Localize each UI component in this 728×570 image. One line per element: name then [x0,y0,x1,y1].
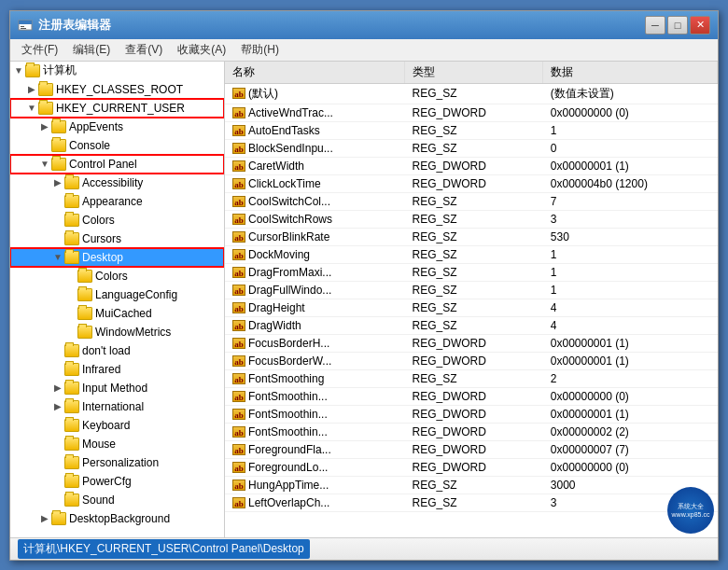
tree-item-windowmetrics[interactable]: WindowMetrics [10,323,224,341]
tree-toggle-inputmethod[interactable]: ▶ [51,382,64,395]
title-bar-left: 注册表编辑器 [18,17,111,34]
tree-item-powercfg[interactable]: PowerCfg [10,472,224,491]
tree-item-computer[interactable]: ▼计算机 [10,62,224,80]
tree-item-hkcu[interactable]: ▼HKEY_CURRENT_USER [10,99,224,118]
tree-item-appevents[interactable]: ▶AppEvents [10,118,224,136]
tree-label-colors: Colors [82,214,115,227]
right-pane[interactable]: 名称 类型 数据 ab(默认)REG_SZ(数值未设置)abActiveWndT… [225,62,718,537]
tree-item-accessibility[interactable]: ▶Accessibility [10,174,224,192]
tree-toggle-personalization[interactable] [51,456,64,469]
tree-toggle-muicached[interactable] [64,307,77,320]
tree-toggle-hkcu[interactable]: ▼ [25,102,38,115]
table-row[interactable]: abFontSmoothin...REG_DWORD0x00000002 (2) [225,423,718,440]
tree-toggle-colors[interactable] [51,214,64,227]
tree-item-muicached[interactable]: MuiCached [10,304,224,323]
table-row[interactable]: abFontSmoothin...REG_DWORD0x00000000 (0) [225,387,718,405]
table-row[interactable]: abFocusBorderW...REG_DWORD0x00000001 (1) [225,352,718,369]
menu-file[interactable]: 文件(F) [14,40,65,60]
table-row[interactable]: abCoolSwitchRowsREG_SZ3 [225,210,718,228]
table-row[interactable]: abDragHeightREG_SZ4 [225,299,718,316]
tree-toggle-keyboard[interactable] [51,419,64,432]
tree-toggle-languageconfig[interactable] [64,288,77,301]
cell-name: abDragWidth [225,316,405,334]
tree-label-computer: 计算机 [43,63,77,78]
table-row[interactable]: abActiveWndTrac...REG_DWORD0x00000000 (0… [225,104,718,121]
reg-value-icon: ab [232,88,245,99]
table-row[interactable]: abDragFullWindo...REG_SZ1 [225,281,718,299]
minimize-button[interactable]: ─ [645,16,665,35]
table-row[interactable]: abCoolSwitchCol...REG_SZ7 [225,192,718,210]
tree-toggle-computer[interactable]: ▼ [12,64,25,77]
tree-toggle-hkcr[interactable]: ▶ [25,83,38,96]
tree-pane[interactable]: ▼计算机▶HKEY_CLASSES_ROOT▼HKEY_CURRENT_USER… [10,62,225,537]
tree-toggle-accessibility[interactable]: ▶ [51,176,64,189]
tree-toggle-desktopbg[interactable]: ▶ [38,512,51,525]
tree-item-appearance[interactable]: Appearance [10,192,224,211]
tree-item-dontload[interactable]: don't load [10,341,224,360]
maximize-button[interactable]: □ [667,16,688,35]
tree-item-hkcr[interactable]: ▶HKEY_CLASSES_ROOT [10,80,224,99]
table-row[interactable]: abCaretWidthREG_DWORD0x00000001 (1) [225,157,718,174]
table-row[interactable]: abClickLockTimeREG_DWORD0x000004b0 (1200… [225,174,718,192]
menu-help[interactable]: 帮助(H) [233,40,287,60]
cell-data: 0 [543,139,718,157]
tree-item-international[interactable]: ▶International [10,397,224,416]
tree-item-personalization[interactable]: Personalization [10,453,224,472]
tree-item-desktop[interactable]: ▼Desktop [10,248,224,267]
tree-label-console: Console [69,139,110,152]
tree-item-colors[interactable]: Colors [10,211,224,229]
tree-toggle-powercfg[interactable] [51,475,64,488]
table-row[interactable]: abFontSmoothingREG_SZ2 [225,369,718,387]
cell-type: REG_SZ [405,139,543,157]
tree-toggle-console[interactable] [38,139,51,152]
tree-item-mouse[interactable]: Mouse [10,435,224,453]
tree-toggle-appevents[interactable]: ▶ [38,120,51,133]
tree-toggle-sound[interactable] [51,494,64,507]
tree-item-cursors[interactable]: Cursors [10,229,224,248]
cell-type: REG_SZ [405,83,543,104]
table-row[interactable]: abDragFromMaxi...REG_SZ1 [225,263,718,281]
menu-edit[interactable]: 编辑(E) [65,40,118,60]
tree-item-keyboard[interactable]: Keyboard [10,416,224,435]
tree-toggle-windowmetrics[interactable] [64,326,77,339]
tree-item-sound[interactable]: Sound [10,491,224,509]
table-row[interactable]: abDockMovingREG_SZ1 [225,245,718,263]
tree-item-desktopcolors[interactable]: Colors [10,267,224,285]
tree-toggle-desktop[interactable]: ▼ [51,251,64,264]
cell-name: abFontSmoothing [225,369,405,387]
tree-toggle-dontload[interactable] [51,344,64,357]
tree-item-inputmethod[interactable]: ▶Input Method [10,379,224,397]
tree-toggle-mouse[interactable] [51,438,64,451]
table-row[interactable]: abHungAppTime...REG_SZ3000 [225,476,718,494]
tree-item-desktopbg[interactable]: ▶DesktopBackground [10,509,224,528]
cell-type: REG_DWORD [405,352,543,369]
folder-icon-languageconfig [77,288,92,301]
reg-value-icon: ab [232,338,245,349]
table-row[interactable]: abLeftOverlapCh...REG_SZ3 [225,494,718,511]
tree-item-controlpanel[interactable]: ▼Control Panel [10,155,224,174]
tree-item-languageconfig[interactable]: LanguageConfig [10,285,224,304]
table-row[interactable]: abForegroundLo...REG_DWORD0x00000000 (0) [225,458,718,476]
menu-view[interactable]: 查看(V) [118,40,170,60]
table-row[interactable]: ab(默认)REG_SZ(数值未设置) [225,83,718,104]
tree-toggle-desktopcolors[interactable] [64,270,77,283]
tree-toggle-infrared[interactable] [51,363,64,376]
table-row[interactable]: abAutoEndTasksREG_SZ1 [225,121,718,139]
cell-data: 1 [543,121,718,139]
table-row[interactable]: abFontSmoothin...REG_DWORD0x00000001 (1) [225,405,718,423]
tree-item-console[interactable]: Console [10,136,224,155]
table-row[interactable]: abForegroundFla...REG_DWORD0x00000007 (7… [225,440,718,458]
table-row[interactable]: abFocusBorderH...REG_DWORD0x00000001 (1) [225,334,718,352]
tree-item-infrared[interactable]: Infrared [10,360,224,379]
close-button[interactable]: ✕ [690,16,710,35]
reg-value-icon: ab [232,231,245,243]
tree-toggle-cursors[interactable] [51,232,64,245]
tree-toggle-controlpanel[interactable]: ▼ [38,158,51,171]
tree-toggle-appearance[interactable] [51,195,64,208]
menu-favorites[interactable]: 收藏夹(A) [170,40,233,60]
tree-toggle-international[interactable]: ▶ [51,400,64,413]
table-row[interactable]: abCursorBlinkRateREG_SZ530 [225,228,718,245]
table-row[interactable]: abBlockSendInpu...REG_SZ0 [225,139,718,157]
cell-data: 3 [543,210,718,228]
table-row[interactable]: abDragWidthREG_SZ4 [225,316,718,334]
